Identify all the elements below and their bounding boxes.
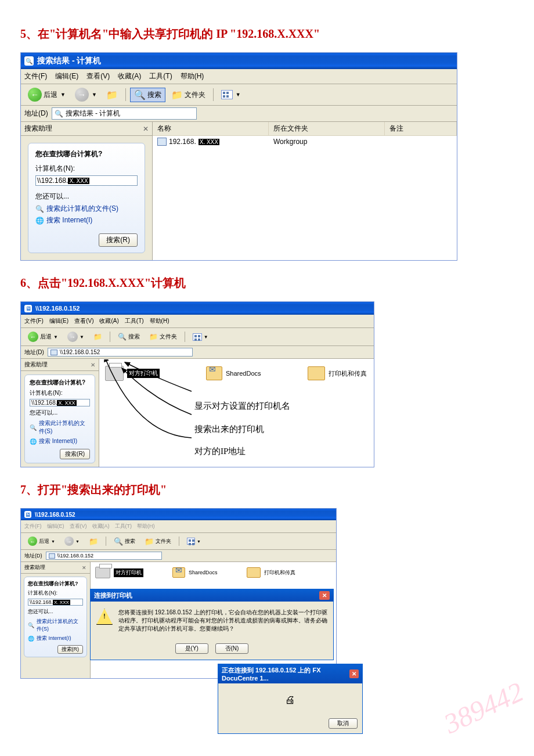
menu-favorites[interactable]: 收藏(A): [92, 523, 110, 530]
menu-favorites[interactable]: 收藏(A): [99, 317, 118, 325]
menu-file[interactable]: 文件(F): [24, 523, 42, 530]
menu-tools[interactable]: 工具(T): [125, 317, 144, 325]
magnifier-icon: 🔍: [134, 89, 146, 100]
menu-file[interactable]: 文件(F): [24, 317, 44, 325]
menu-edit[interactable]: 编辑(E): [55, 71, 78, 81]
also-label: 您还可以...: [30, 409, 90, 417]
dialog-titlebar[interactable]: 连接到打印机✕: [91, 589, 333, 602]
search-window-icon: 🔍: [24, 56, 34, 66]
back-button[interactable]: ←后退▼: [24, 330, 62, 343]
address-label: 地址(D): [24, 552, 42, 560]
col-name[interactable]: 名称: [153, 122, 269, 135]
step-6-title: 6、点击"192.168.X.XXX"计算机: [20, 275, 514, 291]
search-sidebar-3: 搜索助理✕ 您在查找哪台计算机? 计算机名(N): \\192.168.X. X…: [21, 562, 91, 678]
search-button[interactable]: 🔍搜索: [110, 536, 139, 547]
connecting-titlebar[interactable]: 正在连接到 192.168.0.152 上的 FX DocuCentre 1..…: [218, 664, 362, 683]
printer-badge: 对方打印机: [114, 568, 143, 577]
menu-view[interactable]: 查看(V): [74, 317, 93, 325]
printers-fax-label: 打印机和传真: [329, 369, 367, 378]
folders-button[interactable]: 📁文件夹: [168, 88, 209, 102]
dialog-close-icon[interactable]: ✕: [319, 591, 330, 600]
result-row[interactable]: 192.168.X. XXX Workgroup: [153, 136, 457, 147]
up-button[interactable]: 📁: [103, 88, 121, 102]
address-bar: 地址(D) 🔍搜索结果 - 计算机: [21, 106, 457, 122]
computer-name-input[interactable]: \\192.168.X. XXX: [35, 175, 138, 186]
search-files-link[interactable]: 🔍搜索此计算机的文件(S): [35, 204, 138, 214]
folders-button[interactable]: 📁文件夹: [141, 536, 175, 547]
search-submit-button[interactable]: 搜索(R): [60, 449, 90, 459]
search-internet-link[interactable]: 🌐搜索 Internet(I): [28, 635, 83, 642]
shared-docs-label: SharedDocs: [189, 570, 218, 575]
menu-edit[interactable]: 编辑(E): [49, 317, 68, 325]
shared-printer[interactable]: 对方打印机: [105, 366, 160, 381]
search-submit-button[interactable]: 搜索(R): [57, 645, 84, 654]
printers-fax-label: 打印机和传真: [264, 569, 295, 577]
search-question: 您在查找哪台计算机?: [30, 379, 90, 387]
close-icon[interactable]: ✕: [143, 125, 149, 133]
menu-help[interactable]: 帮助(H): [150, 317, 169, 325]
titlebar-3[interactable]: 🖥 \\192.168.0.152: [21, 509, 336, 520]
printer-icon: [95, 567, 110, 578]
menu-edit[interactable]: 编辑(E): [47, 523, 64, 530]
forward-button[interactable]: →▼: [71, 87, 100, 103]
address-field[interactable]: 🔍搜索结果 - 计算机: [52, 107, 197, 120]
search-files-link[interactable]: 🔍搜索此计算机的文件(S): [30, 419, 90, 435]
views-button[interactable]: ▼: [218, 89, 244, 100]
computer-name-input[interactable]: \\192.168.X. XXX: [30, 399, 90, 406]
close-icon[interactable]: ✕: [91, 362, 95, 368]
views-icon: [221, 90, 233, 99]
search-internet-link[interactable]: 🌐搜索 Internet(I): [30, 437, 90, 445]
warning-icon: !: [96, 609, 113, 625]
menu-favorites[interactable]: 收藏(A): [118, 71, 141, 81]
search-files-link[interactable]: 🔍搜索此计算机的文件(S): [28, 618, 83, 633]
window-title-2: \\192.168.0.152: [35, 305, 80, 312]
search-question: 您在查找哪台计算机?: [28, 580, 83, 588]
no-button[interactable]: 否(N): [215, 643, 249, 654]
menu-view[interactable]: 查看(V): [70, 523, 87, 530]
close-icon[interactable]: ✕: [82, 565, 86, 571]
menu-tools[interactable]: 工具(T): [149, 71, 172, 81]
forward-button[interactable]: →▼: [64, 330, 88, 343]
views-button[interactable]: ▼: [183, 537, 204, 546]
search-button[interactable]: 🔍搜索: [114, 332, 143, 342]
search-button[interactable]: 🔍搜索: [130, 88, 165, 102]
menu-tools[interactable]: 工具(T): [115, 523, 132, 530]
col-note[interactable]: 备注: [385, 122, 457, 135]
search-files-icon: 🔍: [28, 622, 34, 628]
computer-name-input[interactable]: \\192.168.X. XXX: [28, 599, 83, 606]
yes-button[interactable]: 是(Y): [175, 643, 208, 654]
search-internet-link[interactable]: 🌐搜索 Internet(I): [35, 215, 138, 225]
shared-docs[interactable]: SharedDocs: [206, 366, 261, 380]
printers-folder-icon: [247, 567, 261, 578]
back-button[interactable]: ←后退▼: [24, 535, 59, 547]
menu-file[interactable]: 文件(F): [24, 71, 47, 81]
titlebar[interactable]: 🔍 搜索结果 - 计算机: [21, 53, 457, 69]
window-computer: 🖥 \\192.168.0.152 文件(F) 编辑(E) 查看(V) 收藏(A…: [20, 301, 374, 467]
search-sidebar: 搜索助理✕ 您在查找哪台计算机? 计算机名(N): \\192.168.X. X…: [21, 122, 153, 260]
shared-docs-icon: [206, 366, 222, 380]
col-folder[interactable]: 所在文件夹: [269, 122, 385, 135]
menubar: 文件(F) 编辑(E) 查看(V) 收藏(A) 工具(T) 帮助(H): [21, 69, 457, 84]
dialog-close-icon[interactable]: ✕: [349, 669, 359, 678]
printers-fax[interactable]: 打印机和传真: [308, 366, 367, 380]
menu-help[interactable]: 帮助(H): [181, 71, 204, 81]
menu-view[interactable]: 查看(V): [86, 71, 110, 81]
search-files-icon: 🔍: [35, 205, 44, 213]
up-button[interactable]: 📁: [90, 332, 106, 342]
search-files-icon: 🔍: [30, 424, 37, 431]
back-button[interactable]: ←后退▼: [24, 87, 69, 103]
address-field-3[interactable]: \\192.168.0.152: [46, 552, 162, 560]
search-submit-button[interactable]: 搜索(R): [99, 233, 138, 247]
cancel-button[interactable]: 取消: [329, 718, 358, 729]
shared-printer[interactable]: 对方打印机: [95, 567, 143, 578]
sidebar-title: 搜索助理: [24, 564, 45, 571]
folders-button[interactable]: 📁文件夹: [146, 332, 181, 342]
up-button[interactable]: 📁: [85, 536, 102, 547]
views-button[interactable]: ▼: [189, 332, 212, 342]
address-field-2[interactable]: \\192.168.0.152: [48, 348, 193, 357]
shared-docs[interactable]: SharedDocs: [172, 567, 218, 578]
menu-help[interactable]: 帮助(H): [137, 523, 155, 530]
forward-button[interactable]: →▼: [61, 535, 83, 547]
titlebar-2[interactable]: 🖥 \\192.168.0.152: [21, 302, 374, 315]
printers-fax[interactable]: 打印机和传真: [247, 567, 295, 578]
